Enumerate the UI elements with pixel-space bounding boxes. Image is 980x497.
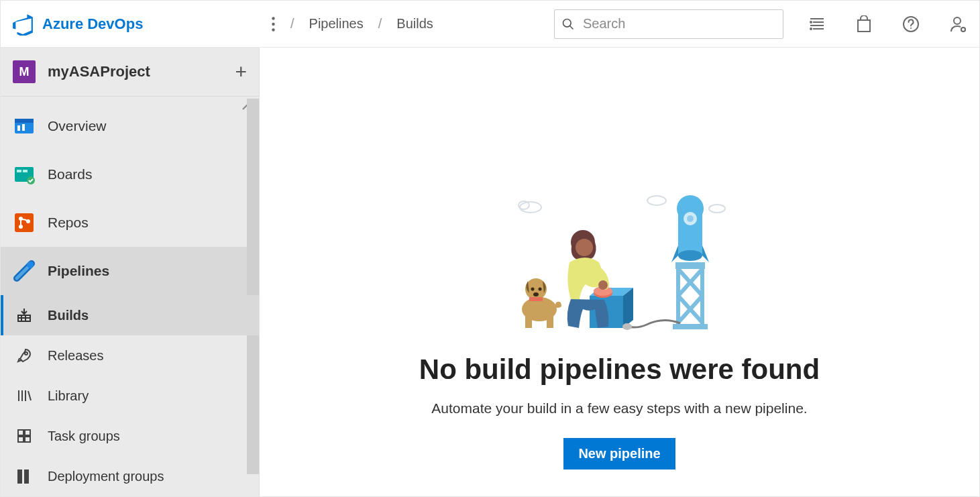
top-icon-row	[808, 15, 967, 34]
svg-point-3	[563, 19, 571, 27]
svg-point-0	[272, 17, 274, 19]
sidebar-subitem-library[interactable]: Library	[1, 376, 259, 416]
sidebar-item-label: Repos	[48, 215, 89, 231]
sidebar-subitem-label: Releases	[48, 348, 103, 364]
empty-illustration	[502, 195, 737, 336]
svg-rect-48	[25, 480, 28, 483]
svg-rect-45	[18, 480, 21, 483]
svg-point-34	[25, 352, 28, 355]
sidebar-subitem-label: Library	[48, 388, 89, 404]
search-box[interactable]	[554, 9, 783, 39]
svg-rect-22	[23, 170, 28, 172]
svg-rect-42	[25, 437, 30, 442]
svg-point-77	[531, 288, 534, 291]
sidebar: M myASAProject + Overview	[1, 48, 260, 496]
svg-point-13	[910, 27, 912, 29]
svg-rect-24	[15, 213, 34, 232]
sidebar-item-label: Overview	[48, 118, 107, 134]
svg-point-15	[961, 27, 965, 32]
svg-point-28	[27, 262, 34, 268]
svg-rect-17	[15, 119, 34, 123]
builds-icon	[13, 304, 36, 327]
svg-point-49	[520, 202, 541, 213]
sidebar-item-pipelines[interactable]: Pipelines	[1, 247, 259, 295]
main-content: No build pipelines were found Automate y…	[260, 48, 979, 496]
sidebar-subitem-label: Builds	[48, 308, 89, 323]
repos-icon	[13, 211, 36, 234]
brand[interactable]: Azure DevOps	[6, 13, 260, 36]
sidebar-subitem-label: Deployment groups	[48, 469, 164, 484]
svg-rect-75	[547, 311, 553, 328]
svg-rect-40	[25, 430, 30, 435]
body: M myASAProject + Overview	[1, 48, 979, 496]
vertical-dots-icon	[272, 17, 275, 32]
svg-point-79	[533, 292, 539, 296]
breadcrumb-separator: /	[378, 16, 382, 32]
svg-line-4	[569, 25, 573, 29]
empty-heading: No build pipelines were found	[419, 353, 820, 386]
list-icon[interactable]	[808, 15, 826, 34]
project-row[interactable]: M myASAProject +	[1, 48, 259, 97]
more-menu-button[interactable]	[260, 11, 286, 38]
svg-rect-19	[22, 124, 25, 131]
svg-point-10	[810, 28, 812, 30]
nav-list: Overview Boards Repos	[1, 97, 259, 496]
user-settings-icon[interactable]	[948, 15, 967, 34]
svg-point-25	[19, 217, 23, 221]
breadcrumb-pipelines[interactable]: Pipelines	[309, 16, 364, 32]
sidebar-item-boards[interactable]: Boards	[1, 150, 259, 199]
svg-point-52	[647, 196, 666, 205]
svg-line-38	[28, 391, 31, 400]
help-icon[interactable]	[902, 15, 920, 34]
svg-rect-44	[18, 475, 21, 478]
svg-point-2	[272, 28, 274, 31]
svg-rect-18	[17, 125, 20, 131]
svg-rect-65	[673, 324, 708, 329]
project-badge: M	[13, 60, 36, 83]
top-bar: Azure DevOps / Pipelines / Builds	[1, 1, 979, 48]
svg-point-51	[709, 205, 725, 213]
svg-point-9	[810, 21, 812, 23]
svg-rect-21	[17, 170, 21, 172]
sidebar-item-label: Boards	[48, 166, 93, 182]
sidebar-item-overview[interactable]: Overview	[1, 102, 259, 150]
breadcrumb-separator: /	[290, 16, 294, 32]
sidebar-item-repos[interactable]: Repos	[1, 199, 259, 247]
svg-rect-47	[25, 475, 28, 478]
sidebar-subitem-task-groups[interactable]: Task groups	[1, 416, 259, 456]
sidebar-scrollbar[interactable]	[247, 99, 259, 474]
pipelines-sublist: Builds Releases Library	[1, 295, 259, 496]
svg-rect-80	[529, 297, 543, 301]
svg-point-72	[598, 280, 608, 290]
sidebar-item-label: Pipelines	[48, 263, 109, 279]
svg-rect-43	[18, 470, 21, 474]
add-project-button[interactable]: +	[235, 60, 247, 83]
sidebar-subitem-builds[interactable]: Builds	[1, 295, 259, 335]
sidebar-subitem-label: Task groups	[48, 429, 120, 444]
svg-point-26	[19, 225, 23, 229]
svg-point-57	[687, 215, 694, 222]
svg-point-14	[954, 17, 961, 24]
svg-point-71	[576, 239, 593, 256]
sidebar-subitem-releases[interactable]: Releases	[1, 335, 259, 376]
brand-title: Azure DevOps	[42, 15, 143, 33]
app-root: Azure DevOps / Pipelines / Builds	[0, 0, 980, 497]
search-input[interactable]	[582, 15, 776, 32]
breadcrumb: / Pipelines / Builds	[290, 16, 433, 32]
breadcrumb-builds[interactable]: Builds	[396, 16, 433, 32]
overview-icon	[13, 115, 36, 137]
boards-icon	[13, 163, 36, 186]
svg-rect-41	[18, 437, 23, 442]
new-pipeline-button[interactable]: New pipeline	[563, 438, 675, 470]
shopping-bag-icon[interactable]	[855, 15, 873, 34]
svg-point-1	[272, 22, 274, 25]
svg-rect-11	[858, 20, 870, 32]
sidebar-subitem-deployment-groups[interactable]: Deployment groups	[1, 456, 259, 496]
svg-point-78	[538, 288, 541, 291]
svg-rect-74	[525, 309, 532, 328]
search-wrap	[554, 9, 783, 39]
svg-point-69	[622, 323, 632, 330]
library-icon	[13, 384, 36, 407]
svg-point-55	[678, 250, 702, 261]
pipelines-icon	[13, 260, 36, 282]
